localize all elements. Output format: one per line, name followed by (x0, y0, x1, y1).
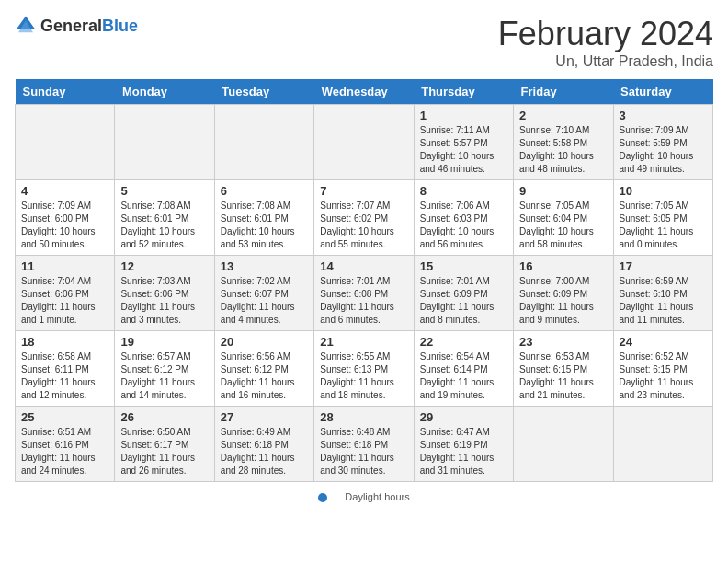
calendar-cell (514, 407, 613, 482)
day-info: Sunrise: 7:03 AM Sunset: 6:06 PM Dayligh… (120, 275, 208, 327)
calendar-cell (115, 105, 214, 180)
day-number: 11 (21, 259, 108, 273)
day-info: Sunrise: 7:09 AM Sunset: 5:59 PM Dayligh… (620, 124, 707, 176)
day-info: Sunrise: 7:05 AM Sunset: 6:05 PM Dayligh… (620, 200, 707, 251)
day-number: 3 (620, 109, 707, 122)
day-number: 4 (21, 184, 108, 198)
day-number: 25 (21, 410, 108, 424)
day-info: Sunrise: 6:49 AM Sunset: 6:18 PM Dayligh… (221, 426, 308, 477)
weekday-header-wednesday: Wednesday (314, 79, 414, 105)
calendar-cell (613, 407, 712, 482)
day-info: Sunrise: 6:51 AM Sunset: 6:16 PM Dayligh… (21, 426, 108, 477)
calendar-week-row: 25Sunrise: 6:51 AM Sunset: 6:16 PM Dayli… (16, 407, 713, 482)
day-number: 14 (320, 259, 407, 273)
day-number: 23 (519, 335, 607, 349)
calendar-cell: 4Sunrise: 7:09 AM Sunset: 6:00 PM Daylig… (16, 180, 115, 256)
weekday-header-sunday: Sunday (16, 79, 115, 105)
day-info: Sunrise: 6:53 AM Sunset: 6:15 PM Dayligh… (519, 350, 607, 402)
daylight-label: Daylight hours (345, 491, 409, 502)
day-number: 22 (420, 335, 507, 349)
day-info: Sunrise: 7:09 AM Sunset: 6:00 PM Dayligh… (21, 200, 108, 251)
day-number: 9 (519, 184, 607, 198)
day-number: 24 (620, 335, 707, 349)
page-header: GeneralBlue February 2024 Un, Uttar Prad… (15, 15, 713, 70)
calendar-cell: 3Sunrise: 7:09 AM Sunset: 5:59 PM Daylig… (613, 105, 712, 180)
calendar-cell: 7Sunrise: 7:07 AM Sunset: 6:02 PM Daylig… (314, 180, 414, 256)
calendar-cell: 14Sunrise: 7:01 AM Sunset: 6:08 PM Dayli… (314, 256, 414, 331)
calendar-cell: 12Sunrise: 7:03 AM Sunset: 6:06 PM Dayli… (115, 256, 214, 331)
day-number: 21 (320, 335, 407, 349)
calendar-cell: 25Sunrise: 6:51 AM Sunset: 6:16 PM Dayli… (16, 407, 115, 482)
day-number: 26 (120, 410, 208, 424)
day-info: Sunrise: 7:02 AM Sunset: 6:07 PM Dayligh… (221, 275, 308, 327)
day-number: 17 (620, 259, 707, 273)
day-info: Sunrise: 6:55 AM Sunset: 6:13 PM Dayligh… (320, 350, 407, 402)
logo-general: General (40, 17, 102, 35)
logo-blue: Blue (102, 17, 138, 35)
day-info: Sunrise: 6:50 AM Sunset: 6:17 PM Dayligh… (120, 426, 208, 477)
calendar-cell: 22Sunrise: 6:54 AM Sunset: 6:14 PM Dayli… (414, 331, 513, 407)
day-info: Sunrise: 7:01 AM Sunset: 6:08 PM Dayligh… (320, 275, 407, 327)
day-number: 29 (420, 410, 507, 424)
day-number: 19 (120, 335, 208, 349)
day-number: 5 (120, 184, 208, 198)
weekday-header-saturday: Saturday (613, 79, 712, 105)
calendar-cell: 18Sunrise: 6:58 AM Sunset: 6:11 PM Dayli… (16, 331, 115, 407)
weekday-header-thursday: Thursday (414, 79, 513, 105)
calendar-cell: 11Sunrise: 7:04 AM Sunset: 6:06 PM Dayli… (16, 256, 115, 331)
day-number: 12 (120, 259, 208, 273)
day-info: Sunrise: 6:57 AM Sunset: 6:12 PM Dayligh… (120, 350, 208, 402)
calendar-cell: 19Sunrise: 6:57 AM Sunset: 6:12 PM Dayli… (115, 331, 214, 407)
calendar-cell: 29Sunrise: 6:47 AM Sunset: 6:19 PM Dayli… (414, 407, 513, 482)
weekday-header-monday: Monday (115, 79, 214, 105)
month-title: February 2024 (498, 15, 713, 53)
day-info: Sunrise: 6:58 AM Sunset: 6:11 PM Dayligh… (21, 350, 108, 402)
day-info: Sunrise: 6:47 AM Sunset: 6:19 PM Dayligh… (420, 426, 507, 477)
day-number: 28 (320, 410, 407, 424)
calendar-cell: 26Sunrise: 6:50 AM Sunset: 6:17 PM Dayli… (115, 407, 214, 482)
calendar-cell (214, 105, 313, 180)
calendar-week-row: 11Sunrise: 7:04 AM Sunset: 6:06 PM Dayli… (16, 256, 713, 331)
day-info: Sunrise: 7:00 AM Sunset: 6:09 PM Dayligh… (519, 275, 607, 327)
calendar-table: SundayMondayTuesdayWednesdayThursdayFrid… (15, 79, 713, 482)
calendar-cell: 8Sunrise: 7:06 AM Sunset: 6:03 PM Daylig… (414, 180, 513, 256)
day-info: Sunrise: 7:10 AM Sunset: 5:58 PM Dayligh… (519, 124, 607, 176)
day-number: 6 (221, 184, 308, 198)
day-number: 15 (420, 259, 507, 273)
day-number: 20 (221, 335, 308, 349)
day-info: Sunrise: 7:06 AM Sunset: 6:03 PM Dayligh… (420, 200, 507, 251)
calendar-cell: 1Sunrise: 7:11 AM Sunset: 5:57 PM Daylig… (414, 105, 513, 180)
logo-text: GeneralBlue (40, 17, 138, 36)
day-number: 16 (519, 259, 607, 273)
day-info: Sunrise: 6:59 AM Sunset: 6:10 PM Dayligh… (620, 275, 707, 327)
day-info: Sunrise: 7:11 AM Sunset: 5:57 PM Dayligh… (420, 124, 507, 176)
calendar-cell: 6Sunrise: 7:08 AM Sunset: 6:01 PM Daylig… (214, 180, 313, 256)
calendar-cell: 24Sunrise: 6:52 AM Sunset: 6:15 PM Dayli… (613, 331, 712, 407)
calendar-cell: 17Sunrise: 6:59 AM Sunset: 6:10 PM Dayli… (613, 256, 712, 331)
logo-icon (15, 15, 37, 37)
title-block: February 2024 Un, Uttar Pradesh, India (498, 15, 713, 70)
calendar-cell: 9Sunrise: 7:05 AM Sunset: 6:04 PM Daylig… (514, 180, 613, 256)
calendar-cell: 13Sunrise: 7:02 AM Sunset: 6:07 PM Dayli… (214, 256, 313, 331)
calendar-cell: 15Sunrise: 7:01 AM Sunset: 6:09 PM Dayli… (414, 256, 513, 331)
calendar-cell: 28Sunrise: 6:48 AM Sunset: 6:18 PM Dayli… (314, 407, 414, 482)
day-info: Sunrise: 6:52 AM Sunset: 6:15 PM Dayligh… (620, 350, 707, 402)
calendar-cell: 5Sunrise: 7:08 AM Sunset: 6:01 PM Daylig… (115, 180, 214, 256)
weekday-header-friday: Friday (514, 79, 613, 105)
day-number: 10 (620, 184, 707, 198)
day-info: Sunrise: 7:07 AM Sunset: 6:02 PM Dayligh… (320, 200, 407, 251)
location-title: Un, Uttar Pradesh, India (498, 53, 713, 70)
calendar-cell: 21Sunrise: 6:55 AM Sunset: 6:13 PM Dayli… (314, 331, 414, 407)
logo: GeneralBlue (15, 15, 138, 37)
weekday-header-tuesday: Tuesday (214, 79, 313, 105)
calendar-footer: Daylight hours (15, 491, 713, 502)
calendar-cell: 16Sunrise: 7:00 AM Sunset: 6:09 PM Dayli… (514, 256, 613, 331)
day-info: Sunrise: 6:48 AM Sunset: 6:18 PM Dayligh… (320, 426, 407, 477)
day-info: Sunrise: 7:05 AM Sunset: 6:04 PM Dayligh… (519, 200, 607, 251)
day-number: 27 (221, 410, 308, 424)
day-number: 13 (221, 259, 308, 273)
weekday-header-row: SundayMondayTuesdayWednesdayThursdayFrid… (16, 79, 713, 105)
day-info: Sunrise: 7:01 AM Sunset: 6:09 PM Dayligh… (420, 275, 507, 327)
day-info: Sunrise: 6:54 AM Sunset: 6:14 PM Dayligh… (420, 350, 507, 402)
day-info: Sunrise: 7:08 AM Sunset: 6:01 PM Dayligh… (221, 200, 308, 251)
